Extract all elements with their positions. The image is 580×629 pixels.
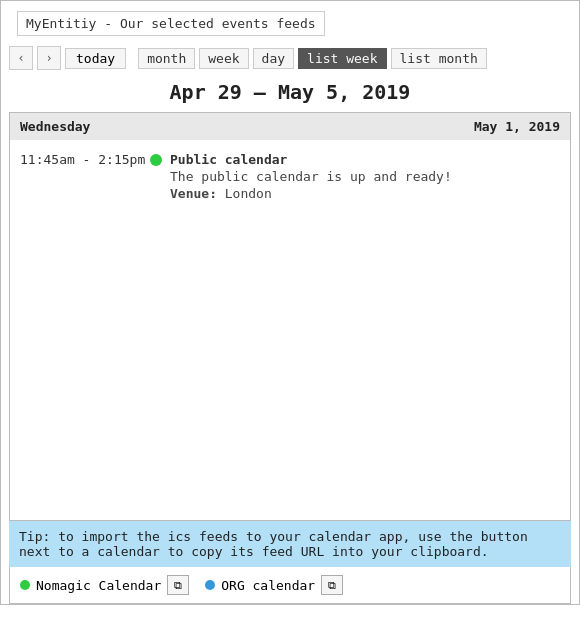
nomagic-copy-button[interactable]: ⧉ — [167, 575, 189, 595]
org-dot-icon — [205, 580, 215, 590]
event-dot-icon — [150, 154, 162, 166]
event-time: 11:45am - 2:15pm — [20, 152, 150, 167]
calendar-item-nomagic: Nomagic Calendar ⧉ — [20, 575, 189, 595]
tip-bar: Tip: to import the ics feeds to your cal… — [9, 521, 571, 567]
view-month-button[interactable]: month — [138, 48, 195, 69]
nomagic-calendar-label: Nomagic Calendar — [36, 578, 161, 593]
org-calendar-label: ORG calendar — [221, 578, 315, 593]
calendar-wrapper: Wednesday May 1, 2019 11:45am - 2:15pm P… — [9, 112, 571, 521]
venue-value: London — [225, 186, 272, 201]
app-container: MyEntitiy - Our selected events feeds ‹ … — [0, 0, 580, 605]
view-day-button[interactable]: day — [253, 48, 294, 69]
today-button[interactable]: today — [65, 48, 126, 69]
date-range: Apr 29 – May 5, 2019 — [1, 74, 579, 112]
prev-button[interactable]: ‹ — [9, 46, 33, 70]
event-area: 11:45am - 2:15pm Public calendar The pub… — [10, 140, 570, 520]
view-week-button[interactable]: week — [199, 48, 248, 69]
calendar-item-org: ORG calendar ⧉ — [205, 575, 343, 595]
view-listweek-button[interactable]: list week — [298, 48, 386, 69]
next-button[interactable]: › — [37, 46, 61, 70]
nav-row: ‹ › today month week day list week list … — [1, 42, 579, 74]
header-section: MyEntitiy - Our selected events feeds — [1, 1, 579, 42]
event-venue: Venue: London — [170, 186, 452, 201]
view-listmonth-button[interactable]: list month — [391, 48, 487, 69]
event-description: The public calendar is up and ready! — [170, 169, 452, 184]
day-name: Wednesday — [20, 119, 90, 134]
event-row: 11:45am - 2:15pm Public calendar The pub… — [10, 148, 570, 205]
day-date: May 1, 2019 — [474, 119, 560, 134]
venue-label: Venue: — [170, 186, 217, 201]
day-header: Wednesday May 1, 2019 — [10, 113, 570, 140]
event-title[interactable]: Public calendar — [170, 152, 452, 167]
title-bar: MyEntitiy - Our selected events feeds — [17, 11, 325, 36]
footer-section: Nomagic Calendar ⧉ ORG calendar ⧉ — [9, 567, 571, 604]
event-details: Public calendar The public calendar is u… — [170, 152, 452, 201]
nomagic-dot-icon — [20, 580, 30, 590]
org-copy-button[interactable]: ⧉ — [321, 575, 343, 595]
